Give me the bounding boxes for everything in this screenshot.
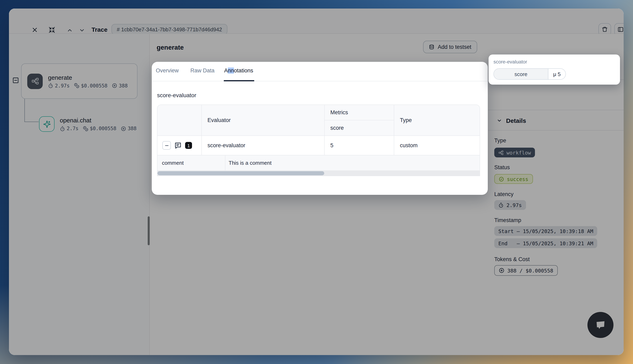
desktop-gradient-background: Trace # 1cbb70e7-34a1-7bb7-3498-771b7d46…	[0, 0, 633, 364]
active-tab-indicator	[224, 80, 254, 81]
span-tabs: Overview Raw Data Annotations	[152, 62, 488, 81]
text-selection-highlight: nn	[228, 68, 234, 74]
header-cell-metric-score: score	[325, 120, 394, 136]
comment-row: comment This is a comment	[158, 155, 480, 170]
minus-icon	[164, 143, 169, 148]
header-cell-actions	[158, 105, 201, 136]
tab-annotations[interactable]: Annotations	[224, 68, 253, 74]
comment-key: comment	[158, 155, 225, 170]
horizontal-scrollbar-thumb[interactable]	[158, 171, 324, 175]
table-header: Evaluator Metrics score Type	[158, 105, 480, 136]
metric-aggregate-value: μ 5	[548, 69, 566, 79]
cell-type: custom	[394, 136, 480, 155]
header-cell-metrics: Metrics score	[324, 105, 394, 136]
screen: Trace # 1cbb70e7-34a1-7bb7-3498-771b7d46…	[0, 0, 633, 364]
evaluator-section-title: score-evaluator	[157, 92, 196, 98]
comment-value: This is a comment	[225, 155, 480, 170]
tab-raw-data[interactable]: Raw Data	[190, 68, 214, 74]
annotations-modal: Overview Raw Data Annotations score-eval…	[152, 62, 488, 195]
score-metric-pill[interactable]: score μ 5	[494, 68, 566, 80]
annotation-evaluator-label: score-evaluator	[494, 59, 615, 65]
collapse-row-button[interactable]	[162, 141, 171, 150]
horizontal-scrollbar[interactable]	[157, 170, 480, 176]
header-cell-evaluator: Evaluator	[201, 105, 324, 136]
table-row[interactable]: 1 score-evaluator 5 custom	[158, 136, 480, 155]
comment-icon	[174, 142, 182, 149]
cell-evaluator: score-evaluator	[201, 136, 324, 155]
cell-score: 5	[324, 136, 394, 155]
header-cell-type: Type	[394, 105, 480, 136]
annotations-table: Evaluator Metrics score Type	[157, 104, 480, 171]
tab-overview[interactable]: Overview	[156, 68, 179, 74]
comment-count-badge: 1	[185, 142, 192, 149]
metric-name-field[interactable]: score	[494, 69, 548, 79]
annotation-score-card: score-evaluator score μ 5	[488, 54, 620, 84]
